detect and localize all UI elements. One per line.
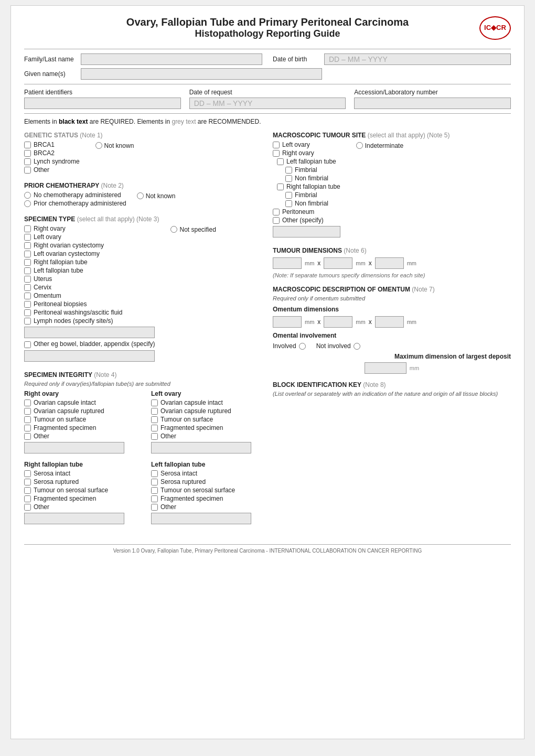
right-ovarian-cyst-checkbox[interactable] [24,242,31,249]
left-nonfimbrial-checkbox[interactable] [285,175,292,182]
date-request-input[interactable]: DD – MM – YYYY [189,98,346,109]
st-other-text-input[interactable] [24,350,155,362]
tumour-dim2-input[interactable] [324,257,352,269]
lo-tumour-surface-row: Tumour on surface [151,416,262,423]
patient-id-input[interactable] [24,98,181,109]
ro-tumour-surface-checkbox[interactable] [24,416,31,423]
ro-other-text[interactable] [24,442,124,453]
brca1-checkbox[interactable] [24,142,31,148]
indeterminate-label: Indeterminate [365,142,403,149]
omentum-dim2-input[interactable] [324,316,352,328]
date-request-label: Date of request [189,89,346,96]
ro-capsule-intact-checkbox[interactable] [24,399,31,406]
lft-serosa-ruptured-row: Serosa ruptured [151,478,262,485]
lo-capsule-intact-row: Ovarian capsule intact [151,399,262,406]
other-ms-checkbox[interactable] [273,217,280,224]
left-fimbrial-checkbox[interactable] [285,167,292,174]
dob-input[interactable]: DD – MM – YYYY [324,53,511,65]
lo-other-checkbox[interactable] [151,433,158,440]
peritoneal-washings-label: Peritoneal washings/ascitic fluid [34,309,122,316]
accession-input[interactable] [354,98,511,109]
omentum-dim-row: mm x mm x mm [273,316,511,328]
peritoneum-ms-checkbox[interactable] [273,209,280,215]
lo-fragmented-checkbox[interactable] [151,425,158,431]
title-line2: Histopathology Reporting Guide [24,28,511,39]
rft-fragmented-checkbox[interactable] [24,495,31,502]
uterus-st-checkbox[interactable] [24,276,31,283]
rft-serosa-ruptured-checkbox[interactable] [24,479,31,485]
lo-capsule-ruptured-checkbox[interactable] [151,408,158,415]
lft-tumour-serosal-checkbox[interactable] [151,487,158,494]
lft-fragmented-checkbox[interactable] [151,495,158,502]
right-fallopian-st-checkbox[interactable] [24,259,31,266]
ro-other-checkbox[interactable] [24,433,31,440]
chemo-not-known-label: Not known [146,192,176,200]
indeterminate-radio[interactable] [356,142,363,149]
lft-serosa-intact-checkbox[interactable] [151,470,158,477]
left-ft-ms-checkbox[interactable] [277,158,284,165]
not-specified-radio[interactable] [170,226,177,233]
left-fallopian-st-checkbox[interactable] [24,267,31,274]
genetic-not-known-radio[interactable] [95,142,102,149]
brca1-label: BRCA1 [34,141,55,148]
lymph-nodes-text-input[interactable] [24,327,155,338]
lo-tumour-surface-label: Tumour on surface [160,416,213,423]
lo-capsule-intact-checkbox[interactable] [151,399,158,406]
not-involved-radio[interactable] [354,343,360,350]
rft-tumour-serosal-checkbox[interactable] [24,487,31,494]
right-ovary-st-checkbox[interactable] [24,225,31,232]
right-ft-ms-row: Right fallopian tube [277,183,340,190]
max-deposit-input[interactable] [365,362,406,374]
ro-other-label: Other [34,433,49,440]
left-ovary-ms-checkbox[interactable] [273,142,280,148]
rft-other-text[interactable] [24,513,124,524]
chemo-not-known-radio[interactable] [137,192,144,199]
right-fallopian-st-row: Right fallopian tube [24,258,155,266]
block-id-description: (List overleaf or separately with an ind… [273,391,511,397]
peritoneal-washings-checkbox[interactable] [24,309,31,316]
involved-radio[interactable] [299,343,306,350]
right-fimbrial-checkbox[interactable] [285,192,292,199]
ro-capsule-ruptured-checkbox[interactable] [24,408,31,415]
lft-other-text[interactable] [151,513,251,524]
ro-fragmented-checkbox[interactable] [24,425,31,431]
peritoneal-biopsies-checkbox[interactable] [24,301,31,308]
right-nonfimbrial-checkbox[interactable] [285,200,292,207]
genetic-other-checkbox[interactable] [24,167,31,174]
left-ovarian-cyst-checkbox[interactable] [24,251,31,257]
right-ovary-integrity: Right ovary Ovarian capsule intact Ovari… [24,390,135,456]
omentum-dim3-input[interactable] [375,316,404,328]
cervix-st-checkbox[interactable] [24,284,31,291]
tumour-dim3-input[interactable] [375,257,404,269]
tumour-dim2-unit: mm [356,260,365,266]
lo-other-text[interactable] [151,442,251,453]
lynch-checkbox[interactable] [24,158,31,165]
lft-fragmented-row: Fragmented specimen [151,495,262,502]
logo: IC◆CR [479,16,511,40]
rft-serosa-intact-checkbox[interactable] [24,470,31,477]
family-name-input[interactable] [81,53,262,65]
rft-tumour-serosal-label: Tumour on serosal surface [34,487,108,494]
right-ovary-ms-checkbox[interactable] [273,150,280,157]
lft-other-checkbox[interactable] [151,504,158,511]
rft-serosa-intact-label: Serosa intact [34,470,70,477]
lft-serosa-ruptured-label: Serosa ruptured [160,478,206,485]
max-deposit-unit: mm [410,365,419,371]
other-ms-text[interactable] [273,226,340,237]
prior-chemo-radio[interactable] [24,200,31,207]
brca2-checkbox[interactable] [24,150,31,157]
cervix-st-row: Cervix [24,284,155,291]
lo-tumour-surface-checkbox[interactable] [151,416,158,423]
tumour-dim1-input[interactable] [273,257,302,269]
left-ovary-st-checkbox[interactable] [24,234,31,241]
right-ft-ms-checkbox[interactable] [277,183,284,190]
st-other-checkbox[interactable] [24,341,31,348]
involved-option: Involved [273,342,306,350]
rft-other-checkbox[interactable] [24,504,31,511]
omentum-st-checkbox[interactable] [24,293,31,299]
lft-serosa-ruptured-checkbox[interactable] [151,479,158,485]
omentum-dim1-input[interactable] [273,316,302,328]
given-name-input[interactable] [81,68,322,80]
no-chemo-radio[interactable] [24,192,31,199]
lymph-nodes-checkbox[interactable] [24,318,31,325]
